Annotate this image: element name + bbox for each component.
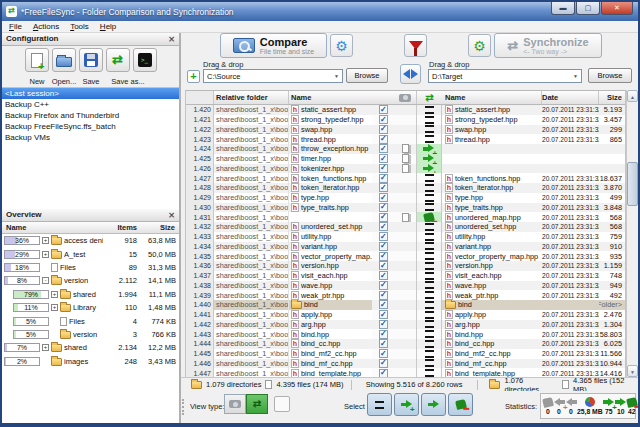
checked-checkbox[interactable] — [379, 310, 388, 319]
checked-checkbox[interactable] — [379, 105, 388, 114]
table-row[interactable]: 1.446shared\boost_1_x\boost\...hbind_mf_… — [186, 359, 372, 369]
comparison-settings-button[interactable]: ⚙ — [330, 34, 353, 57]
checked-checkbox[interactable] — [379, 330, 388, 339]
table-row[interactable]: htoken_iterator.hpp20.07.2011 23:31:323.… — [442, 183, 625, 193]
table-row[interactable]: 1.423shared\boost_1_x\boosththread.hpp — [186, 134, 372, 144]
table-row[interactable]: 1.433shared\boost_1_x\boosthutility.hpp — [186, 232, 372, 242]
table-row[interactable] — [372, 359, 442, 369]
checkbox-cell[interactable] — [372, 251, 394, 261]
checked-checkbox[interactable] — [379, 203, 388, 212]
sync-action-cell[interactable] — [416, 271, 442, 281]
checkbox-cell[interactable] — [372, 222, 394, 232]
table-row[interactable]: bind<Folder> — [442, 300, 625, 310]
table-row[interactable]: 1.432shared\boost_1_x\boosthunordered_se… — [186, 222, 372, 232]
overview-row[interactable]: 36%+access denied91863,8 MB — [2, 234, 179, 247]
config-list-item[interactable]: Backup VMs — [2, 132, 179, 143]
table-row[interactable]: 1.420shared\boost_1_x\boosthstatic_asser… — [186, 105, 372, 115]
overview-row[interactable]: 2%+images2483,43 MB — [2, 355, 179, 368]
table-row[interactable]: hbind_cc.hpp20.07.2011 23:31:326.025 — [442, 339, 625, 349]
sync-action-cell[interactable] — [416, 193, 442, 203]
table-row[interactable]: 1.443shared\boost_1_x\boost\...hbind.hpp — [186, 329, 372, 339]
sync-action-cell[interactable] — [416, 339, 442, 349]
table-row[interactable]: hthread.hpp20.07.2011 23:31:32865 — [442, 134, 625, 144]
table-row[interactable] — [372, 339, 442, 349]
sync-action-cell[interactable]: + — [416, 164, 442, 174]
sync-action-cell[interactable]: + — [416, 144, 442, 154]
sync-action-cell[interactable] — [416, 183, 442, 193]
table-row[interactable] — [442, 144, 625, 154]
titlebar[interactable]: ⇄ *FreeFileSync - Folder Comparison and … — [2, 2, 638, 21]
checkbox-cell[interactable] — [372, 115, 394, 125]
expand-icon[interactable]: + — [42, 251, 49, 258]
checkbox-cell[interactable] — [372, 183, 394, 193]
checkbox-cell[interactable] — [372, 281, 394, 291]
table-row[interactable]: 1.425shared\boost_1_x\boosthtimer.hpp — [186, 154, 372, 164]
panel-splitter[interactable] — [180, 33, 181, 423]
close-button[interactable]: ✕ — [601, 2, 633, 15]
sync-action-cell[interactable] — [416, 320, 442, 330]
checked-checkbox[interactable] — [379, 164, 388, 173]
checkbox-cell[interactable] — [372, 349, 394, 359]
sync-action-cell[interactable] — [416, 290, 442, 300]
sync-action-cell[interactable] — [416, 242, 442, 252]
overview-row[interactable]: 18%+Files8931,3 MB — [2, 261, 179, 274]
overview-row[interactable]: 11%+Library1101,48 MB — [2, 301, 179, 314]
table-row[interactable]: 1.431shared\boost_1_x\boost — [186, 212, 372, 222]
vertical-scrollbar[interactable]: ▲ ▼ — [626, 90, 638, 377]
left-browse-button[interactable]: Browse — [346, 68, 388, 83]
overview-header-size[interactable]: ▼Size — [137, 222, 179, 233]
table-row[interactable] — [372, 271, 442, 281]
menu-item-tools[interactable]: Tools — [70, 22, 89, 31]
swap-sides-button[interactable] — [400, 64, 421, 84]
save-button[interactable] — [79, 48, 103, 72]
table-row[interactable]: 1.436shared\boost_1_x\boosthversion.hpp — [186, 261, 372, 271]
right-folder-input[interactable]: D:\Target ▼ — [428, 69, 582, 83]
toolbar-grip[interactable] — [182, 399, 185, 415]
table-row[interactable] — [372, 300, 442, 310]
expand-icon[interactable]: + — [42, 344, 49, 351]
checkbox-cell[interactable] — [372, 105, 394, 115]
table-row[interactable]: hvariant.hpp20.07.2011 23:31:32910 — [442, 242, 625, 252]
table-row[interactable]: hvisit_each.hpp20.07.2011 23:31:32748 — [442, 271, 625, 281]
checkbox-cell[interactable] — [372, 290, 394, 300]
table-row[interactable] — [372, 212, 442, 222]
sync-action-cell[interactable] — [416, 281, 442, 291]
table-row[interactable]: hbind_mf_cc.hpp20.07.2011 23:31:3210.944 — [442, 359, 625, 369]
sync-action-cell[interactable] — [416, 212, 442, 222]
expand-icon[interactable]: + — [42, 237, 49, 244]
new-button[interactable] — [25, 48, 49, 72]
sync-action-cell[interactable] — [416, 105, 442, 115]
table-row[interactable]: 1.441shared\boost_1_x\boost\...happly.hp… — [186, 310, 372, 320]
synchronize-button[interactable]: ⇄ Synchronize <- Two way -> — [494, 33, 602, 58]
table-row[interactable]: + — [372, 164, 442, 174]
overview-header-name[interactable]: Name — [2, 222, 101, 233]
table-row[interactable]: hwave.hpp20.07.2011 23:31:32949 — [442, 281, 625, 291]
table-row[interactable] — [442, 154, 625, 164]
table-row[interactable]: 1.434shared\boost_1_x\boosthvariant.hpp — [186, 242, 372, 252]
sync-action-cell[interactable] — [416, 203, 442, 213]
checkbox-cell[interactable] — [372, 154, 394, 164]
sync-action-cell[interactable] — [416, 222, 442, 232]
table-row[interactable] — [372, 134, 442, 144]
sync-action-cell[interactable] — [416, 251, 442, 261]
table-row[interactable]: 1.421shared\boost_1_x\boosthstrong_typed… — [186, 115, 372, 125]
overview-row[interactable]: 5%+version3766 KB — [2, 328, 179, 341]
open-button[interactable] — [52, 48, 76, 72]
collapse-icon[interactable]: - — [42, 277, 49, 284]
checked-checkbox[interactable] — [379, 300, 388, 309]
table-row[interactable]: 1.444shared\boost_1_x\boost\...hbind_cc.… — [186, 339, 372, 349]
checkbox-cell[interactable] — [372, 212, 394, 222]
table-row[interactable]: hswap.hpp20.07.2011 23:31:32299 — [442, 125, 625, 135]
save-as-button[interactable]: ⇄ — [106, 48, 130, 72]
filter-delete-right-button[interactable] — [448, 393, 473, 416]
checked-checkbox[interactable] — [379, 154, 388, 163]
checked-checkbox[interactable] — [379, 193, 388, 202]
table-row[interactable]: 1.439shared\boost_1_x\boosthweak_ptr.hpp — [186, 290, 372, 300]
sync-action-cell[interactable] — [416, 232, 442, 242]
checkbox-cell[interactable] — [372, 339, 394, 349]
table-row[interactable]: hweak_ptr.hpp20.07.2011 23:31:32492 — [442, 290, 625, 300]
checkbox-cell[interactable] — [372, 329, 394, 339]
scroll-up-icon[interactable]: ▲ — [627, 90, 638, 102]
table-row[interactable] — [372, 329, 442, 339]
minimize-button[interactable]: ▬ — [551, 2, 575, 15]
